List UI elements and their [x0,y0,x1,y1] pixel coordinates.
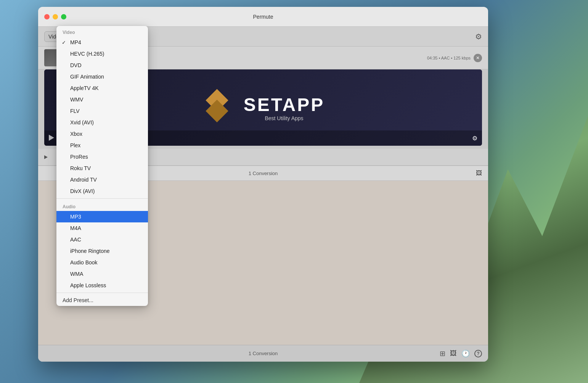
dropdown-item-m4a[interactable]: M4A [56,222,148,234]
dropdown-item-add-preset[interactable]: Add Preset... [56,294,148,306]
flv-label: FLV [70,108,80,114]
mp4-label: MP4 [70,39,81,45]
play-icon [49,135,54,141]
androidtv-label: Android TV [70,177,97,183]
dropdown-menu: Video ✓ MP4 HEVC (H.265) DVD GIF Animati… [56,26,148,306]
setapp-diamond-icon [202,92,232,123]
dropdown-divider-2 [56,293,148,293]
dropdown-item-wma[interactable]: WMA [56,268,148,280]
dropdown-item-dvd[interactable]: DVD [56,60,148,71]
add-preset-label: Add Preset... [63,297,93,303]
iphone-ringtone-label: iPhone Ringtone [70,248,110,254]
dropdown-item-mp4[interactable]: ✓ MP4 [56,37,148,48]
dropdown-item-appletv[interactable]: AppleTV 4K [56,82,148,94]
hevc-label: HEVC (H.265) [70,51,104,57]
setapp-title: SETAPP [244,94,325,115]
setapp-text-block: SETAPP Best Utility Apps [244,94,325,121]
export-icon[interactable]: 🖼 [476,170,482,177]
dropdown-item-roku[interactable]: Roku TV [56,163,148,174]
mp3-label: MP3 [70,214,81,220]
dropdown-divider-1 [56,198,148,199]
audio-section-header: Audio [56,200,148,211]
audiobook-label: Audio Book [70,259,98,266]
gif-label: GIF Animation [70,74,104,80]
roku-label: Roku TV [70,165,91,171]
dropdown-item-xbox[interactable]: Xbox [56,128,148,140]
video-play-button[interactable] [49,135,54,142]
dropdown-item-divx[interactable]: DivX (AVI) [56,185,148,197]
window-controls [44,14,66,19]
dvd-label: DVD [70,62,82,68]
file-duration-meta: 04:35 • AAC • 125 kbps [427,56,471,60]
setapp-subtitle: Best Utility Apps [244,115,325,121]
history-icon[interactable]: 🕐 [461,349,470,358]
plex-label: Plex [70,142,80,148]
gallery-icon[interactable]: 🖼 [450,349,457,357]
second-play-button[interactable] [44,154,48,161]
dropdown-item-hevc[interactable]: HEVC (H.265) [56,48,148,60]
xvid-label: Xvid (AVI) [70,119,94,126]
dropdown-item-audiobook[interactable]: Audio Book [56,257,148,268]
dropdown-item-gif[interactable]: GIF Animation [56,71,148,82]
bottom-bar: 1 Conversion ⊞ 🖼 🕐 ? [38,345,488,362]
wma-label: WMA [70,271,83,277]
apple-lossless-label: Apple Lossless [70,282,106,288]
dropdown-item-androidtv[interactable]: Android TV [56,174,148,185]
file-close-button[interactable]: ✕ [474,54,482,62]
dropdown-item-prores[interactable]: ProRes [56,151,148,163]
dropdown-item-apple-lossless[interactable]: Apple Lossless [56,280,148,291]
conversion-count-top: 1 Conversion [249,171,278,176]
title-bar: Permute [38,7,488,27]
aac-label: AAC [70,237,81,243]
dropdown-item-wmv[interactable]: WMV [56,94,148,105]
bottom-icons: ⊞ 🖼 🕐 ? [440,349,482,358]
m4a-label: M4A [70,225,81,231]
appletv-label: AppleTV 4K [70,85,99,91]
dropdown-item-xvid[interactable]: Xvid (AVI) [56,117,148,128]
conversion-count-bottom: 1 Conversion [249,351,278,356]
app-title: Permute [253,14,273,20]
settings-gear-icon[interactable]: ⚙ [475,32,482,41]
dropdown-item-mp3[interactable]: MP3 [56,211,148,222]
play-icon-small [44,155,48,159]
setapp-logo: SETAPP Best Utility Apps [202,92,325,123]
video-gear-icon[interactable]: ⚙ [472,135,477,142]
wmv-label: WMV [70,97,83,103]
dropdown-item-plex[interactable]: Plex [56,140,148,151]
prores-label: ProRes [70,154,88,160]
close-button[interactable] [44,14,50,19]
grid-view-icon[interactable]: ⊞ [440,349,445,358]
dropdown-item-aac[interactable]: AAC [56,234,148,245]
divx-label: DivX (AVI) [70,188,95,194]
video-section-header: Video [56,26,148,37]
maximize-button[interactable] [61,14,66,19]
dropdown-item-flv[interactable]: FLV [56,105,148,117]
xbox-label: Xbox [70,131,82,137]
close-icon: ✕ [476,55,480,61]
dropdown-item-iphone-ringtone[interactable]: iPhone Ringtone [56,245,148,257]
checkmark-icon: ✓ [62,40,66,45]
help-icon[interactable]: ? [474,350,482,357]
minimize-button[interactable] [53,14,58,19]
